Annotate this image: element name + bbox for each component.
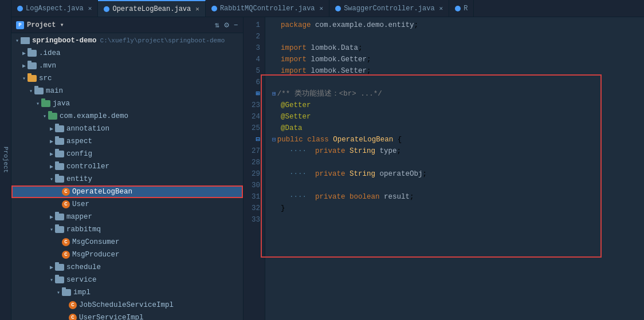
gear-icon[interactable]: ⚙ xyxy=(224,20,229,30)
tree-arrow-usi: ▶ xyxy=(62,314,69,320)
tree-label-rabbitmq: rabbitmq xyxy=(66,226,101,234)
tree-label-impl: impl xyxy=(73,289,91,297)
tree-arrow-entity: ▾ xyxy=(48,176,55,183)
tree-arrow-impl: ▾ xyxy=(55,289,62,296)
tree-item-userserviceimpl[interactable]: ▶ C UserServiceImpl xyxy=(11,311,243,320)
code-line-25: @Data xyxy=(272,123,644,134)
java-file-icon-swagger xyxy=(335,6,341,11)
tree-item-mvn[interactable]: ▶ .mvn xyxy=(11,60,243,72)
tree-label-msgproducer: MsgProducer xyxy=(72,251,120,259)
code-line-7: ⊞/** 类功能描述：<br> ...*/ xyxy=(272,88,644,100)
project-tab-label: Project xyxy=(2,147,9,173)
tree-item-jobscheduleserviceimpl[interactable]: ▶ C JobScheduleServiceImpl xyxy=(11,299,243,311)
editor-area: 1 2 3 4 5 6 ⊞ 23 24 25 ⊟ 27 28 29 xyxy=(244,17,644,320)
tree-arrow-schedule: ▶ xyxy=(48,264,55,271)
class-icon-jssi: C xyxy=(69,301,77,309)
tree-label-java: java xyxy=(53,100,70,108)
tab-label: LogAspect.java xyxy=(26,5,84,13)
tab-swagger-controller[interactable]: SwaggerController.java ✕ xyxy=(329,0,449,17)
tree-arrow-config: ▶ xyxy=(48,151,55,157)
tree-label-mvn: .mvn xyxy=(39,62,56,70)
tree-item-src[interactable]: ▾ src xyxy=(11,72,243,85)
folder-icon-entity xyxy=(55,176,64,183)
code-line-6 xyxy=(272,77,644,88)
tree-item-impl[interactable]: ▾ impl xyxy=(11,286,243,299)
code-line-28 xyxy=(272,157,644,168)
tab-label-r: R xyxy=(464,5,468,13)
folder-icon-mvn xyxy=(28,62,37,69)
tree-arrow-mapper: ▶ xyxy=(48,214,55,220)
arrange-icon[interactable]: ⇅ xyxy=(215,20,219,30)
tree-item-idea[interactable]: ▶ .idea xyxy=(11,47,243,60)
tree-item-rabbitmq[interactable]: ▾ rabbitmq xyxy=(11,223,243,236)
sidebar-header: P Project ▾ ⇅ ⚙ – xyxy=(11,17,243,33)
folder-icon-impl xyxy=(62,289,71,296)
tab-log-aspect[interactable]: LogAspect.java ✕ xyxy=(11,0,98,17)
tree-arrow-idea: ▶ xyxy=(21,50,28,57)
code-view[interactable]: 1 2 3 4 5 6 ⊞ 23 24 25 ⊟ 27 28 29 xyxy=(244,17,644,320)
tree-arrow-annotation: ▶ xyxy=(48,125,55,132)
code-content[interactable]: package com.example.demo.entity; import … xyxy=(265,17,644,320)
folder-icon-package xyxy=(48,113,57,120)
tree-arrow-main: ▾ xyxy=(28,88,34,94)
tab-close[interactable]: ✕ xyxy=(88,5,92,12)
code-line-4: import lombok.Getter; xyxy=(272,54,644,65)
tree-label-src: src xyxy=(39,74,52,82)
tree-item-controller[interactable]: ▶ controller xyxy=(11,160,243,173)
tab-rabbitmq-controller[interactable]: RabbitMQController.java ✕ xyxy=(206,0,329,17)
tab-close-active[interactable]: ✕ xyxy=(195,5,199,13)
code-line-31: ···· private boolean result; xyxy=(272,191,644,203)
tree-label-user: User xyxy=(72,200,89,208)
java-file-icon xyxy=(17,6,23,11)
project-sidebar-tab[interactable]: Project xyxy=(0,0,11,320)
tree-item-package[interactable]: ▾ com.example.demo xyxy=(11,110,243,123)
tree-item-java[interactable]: ▾ java xyxy=(11,97,243,110)
tree-item-entity[interactable]: ▾ entity xyxy=(11,173,243,185)
main-area: P Project ▾ ⇅ ⚙ – ▾ springb xyxy=(11,17,644,320)
tree-item-msgproducer[interactable]: ▶ C MsgProducer xyxy=(11,248,243,261)
minimize-icon[interactable]: – xyxy=(234,20,238,30)
tree-item-msgconsumer[interactable]: ▶ C MsgConsumer xyxy=(11,236,243,248)
tree-label-main: main xyxy=(46,87,63,95)
tree-item-mapper[interactable]: ▶ mapper xyxy=(11,211,243,223)
project-icon: P xyxy=(16,21,24,29)
tree-item-service[interactable]: ▾ service xyxy=(11,274,243,286)
tree-arrow-olb: ▶ xyxy=(55,188,62,195)
tree-label-jssi: JobScheduleServiceImpl xyxy=(79,301,174,309)
tree-item-main[interactable]: ▾ main xyxy=(11,85,243,97)
tab-close-rmq[interactable]: ✕ xyxy=(320,5,324,12)
tree-label-mapper: mapper xyxy=(66,213,92,221)
tree-arrow: ▾ xyxy=(14,37,21,44)
code-line-24: @Setter xyxy=(272,111,644,123)
code-line-32: } xyxy=(272,203,644,214)
code-line-2 xyxy=(272,31,644,42)
tree-item-config[interactable]: ▶ config xyxy=(11,148,243,160)
tree-item-aspect[interactable]: ▶ aspect xyxy=(11,135,243,148)
file-tree[interactable]: P Project ▾ ⇅ ⚙ – ▾ springb xyxy=(11,17,244,320)
line-numbers: 1 2 3 4 5 6 ⊞ 23 24 25 ⊟ 27 28 29 xyxy=(244,17,265,320)
fold-btn-7[interactable]: ⊞ xyxy=(272,88,276,100)
folder-icon-annotation xyxy=(55,125,64,132)
tree-label-service: service xyxy=(66,276,97,284)
tab-r[interactable]: R xyxy=(449,0,474,17)
tree-item-operatelogbean[interactable]: ▶ C OperateLogBean xyxy=(11,185,243,198)
tab-label-swagger: SwaggerController.java xyxy=(344,5,434,13)
tree-item-annotation[interactable]: ▶ annotation xyxy=(11,123,243,135)
tab-bar: LogAspect.java ✕ OperateLogBean.java ✕ R… xyxy=(11,0,644,17)
tree-item-schedule[interactable]: ▶ schedule xyxy=(11,261,243,274)
tree-label-config: config xyxy=(66,150,92,158)
tab-close-swagger[interactable]: ✕ xyxy=(439,5,443,12)
class-icon-usi: C xyxy=(69,314,77,320)
tree-path: C:\xuefly\project\springboot-demo xyxy=(100,37,225,44)
fold-btn-26[interactable]: ⊟ xyxy=(272,134,276,145)
tree-arrow-mvn: ▶ xyxy=(21,62,28,69)
tree-item-root[interactable]: ▾ springboot-demo C:\xuefly\project\spri… xyxy=(11,34,243,47)
sidebar-controls[interactable]: ⇅ ⚙ – xyxy=(215,20,238,30)
code-line-27: ···· private String type; xyxy=(272,145,644,157)
tree-item-user[interactable]: ▶ C User xyxy=(11,198,243,211)
tree-label-annotation: annotation xyxy=(66,125,109,133)
tree-arrow-src: ▾ xyxy=(21,75,28,82)
code-line-23: @Getter xyxy=(272,100,644,111)
tab-operate-log-bean[interactable]: OperateLogBean.java ✕ xyxy=(98,0,205,17)
project-folder-icon xyxy=(21,37,30,44)
